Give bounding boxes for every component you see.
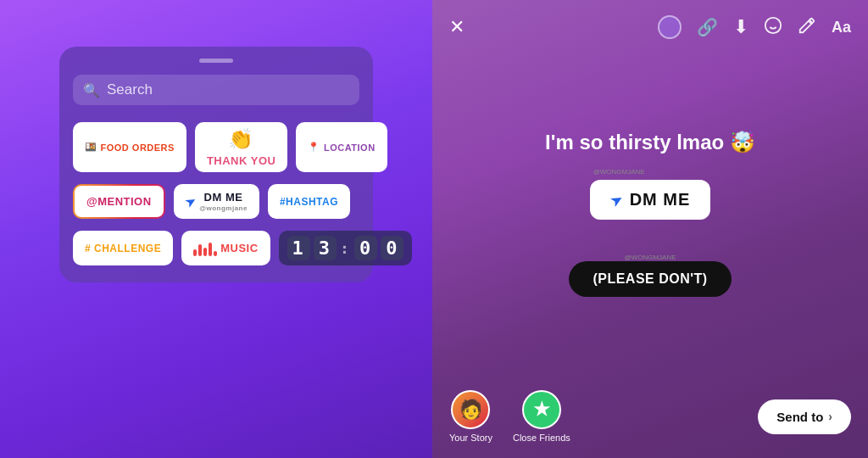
food-label: FOOD ORDERS bbox=[101, 142, 175, 153]
countdown-d2: 3 bbox=[314, 236, 337, 260]
close-button[interactable]: ✕ bbox=[449, 16, 465, 38]
your-story-label: Your Story bbox=[449, 433, 492, 443]
sticker-row-3: # CHALLENGE MUSIC 1 bbox=[73, 231, 359, 265]
text-button[interactable]: Aa bbox=[832, 19, 851, 36]
music-bars-icon bbox=[193, 241, 217, 256]
toolbar-icons: 🔗 ⬇ Aa bbox=[658, 15, 851, 39]
sticker-row-2: @MENTION ➤ DM ME @wongmjane #HASHTAG bbox=[73, 184, 359, 219]
story-content: I'm so thirsty lmao 🤯 @WONGMJANE ➤ DM ME… bbox=[432, 46, 868, 382]
search-icon: 🔍 bbox=[83, 82, 100, 98]
sticker-countdown[interactable]: 1 3 : 0 0 bbox=[279, 231, 413, 265]
sticker-icon[interactable] bbox=[764, 16, 782, 39]
cta-button[interactable]: (PLEASE DON'T) bbox=[569, 261, 731, 297]
challenge-label: # CHALLENGE bbox=[85, 243, 161, 254]
sticker-hashtag[interactable]: #HASHTAG bbox=[268, 184, 350, 219]
sticker-sheet: 🔍 Search 🍱 FOOD ORDERS 👏 THANK YOU 📍 bbox=[59, 47, 373, 282]
search-input[interactable]: Search bbox=[107, 81, 153, 98]
user-avatar: 🧑 bbox=[451, 390, 490, 429]
search-bar[interactable]: 🔍 Search bbox=[73, 75, 359, 105]
avatar-emoji: 🧑 bbox=[459, 399, 482, 421]
right-panel: ✕ 🔗 ⬇ bbox=[432, 0, 868, 458]
link-icon[interactable]: 🔗 bbox=[697, 17, 718, 37]
bottom-bar: 🧑 Your Story ★ Close Friends Send to › bbox=[432, 382, 868, 458]
dm-user-tag: @WONGMJANE bbox=[593, 168, 645, 176]
top-toolbar: ✕ 🔗 ⬇ bbox=[432, 0, 868, 46]
dm-username-below: @WONGMJANE bbox=[590, 254, 711, 261]
send-to-button[interactable]: Send to › bbox=[758, 399, 851, 434]
mention-label: @MENTION bbox=[86, 195, 152, 208]
dm-subtext: @wongmjane bbox=[199, 204, 248, 212]
sheet-handle bbox=[199, 59, 233, 63]
color-circle-button[interactable] bbox=[658, 15, 682, 39]
dm-sticker-wrapper: @WONGMJANE ➤ DM ME @WONGMJANE bbox=[590, 180, 711, 261]
cta-label: (PLEASE DON'T) bbox=[593, 271, 707, 286]
countdown-sep: : bbox=[340, 239, 351, 257]
sticker-challenge[interactable]: # CHALLENGE bbox=[73, 231, 173, 265]
send-to-label: Send to bbox=[776, 410, 823, 424]
sticker-grid: 🍱 FOOD ORDERS 👏 THANK YOU 📍 LOCATION bbox=[73, 122, 359, 265]
download-icon[interactable]: ⬇ bbox=[733, 16, 748, 38]
sticker-food-orders[interactable]: 🍱 FOOD ORDERS bbox=[73, 122, 186, 172]
sticker-dm-me[interactable]: ➤ DM ME @wongmjane bbox=[174, 184, 259, 219]
sticker-music[interactable]: MUSIC bbox=[181, 231, 270, 265]
sticker-mention[interactable]: @MENTION bbox=[73, 184, 165, 219]
sticker-row-1: 🍱 FOOD ORDERS 👏 THANK YOU 📍 LOCATION bbox=[73, 122, 359, 172]
sticker-location[interactable]: 📍 LOCATION bbox=[296, 122, 387, 172]
left-panel: 🔍 Search 🍱 FOOD ORDERS 👏 THANK YOU 📍 bbox=[0, 0, 432, 458]
dm-label: DM ME bbox=[204, 191, 243, 204]
story-caption: I'm so thirsty lmao 🤯 bbox=[545, 131, 755, 154]
bottom-actions: 🧑 Your Story ★ Close Friends bbox=[449, 390, 570, 443]
hands-emoji: 👏 bbox=[228, 127, 254, 151]
dm-sticker-large[interactable]: @WONGMJANE ➤ DM ME bbox=[590, 180, 711, 220]
main-container: 🔍 Search 🍱 FOOD ORDERS 👏 THANK YOU 📍 bbox=[0, 0, 868, 458]
hashtag-label: #HASHTAG bbox=[280, 196, 338, 208]
svg-point-0 bbox=[765, 17, 781, 32]
friends-icon: ★ bbox=[522, 390, 561, 429]
dm-label-large: DM ME bbox=[630, 190, 691, 209]
close-friends-label: Close Friends bbox=[513, 433, 570, 443]
close-friends-option[interactable]: ★ Close Friends bbox=[513, 390, 570, 443]
chevron-right-icon: › bbox=[828, 410, 832, 423]
sticker-thank-you[interactable]: 👏 THANK YOU bbox=[195, 122, 288, 172]
your-story-option[interactable]: 🧑 Your Story bbox=[449, 390, 492, 443]
dm-arrow-icon: ➤ bbox=[182, 193, 198, 209]
thankyou-label: THANK YOU bbox=[207, 154, 276, 167]
countdown-d3: 0 bbox=[354, 236, 377, 260]
close-icon: ✕ bbox=[449, 16, 465, 37]
food-emoji: 🍱 bbox=[85, 142, 97, 153]
music-label: MUSIC bbox=[220, 242, 258, 254]
location-label: LOCATION bbox=[324, 142, 376, 153]
draw-icon[interactable] bbox=[798, 16, 816, 39]
countdown-d4: 0 bbox=[381, 236, 403, 260]
location-emoji: 📍 bbox=[308, 142, 320, 153]
dm-send-icon: ➤ bbox=[606, 188, 626, 211]
countdown-d1: 1 bbox=[287, 236, 310, 260]
